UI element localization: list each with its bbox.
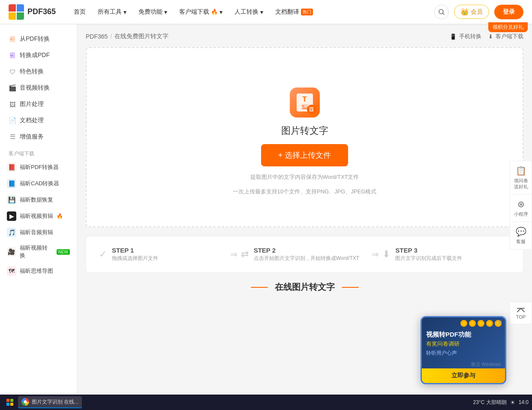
hot-badge: 热门 xyxy=(301,9,313,15)
service-panel-item[interactable]: 💬 客服 xyxy=(510,221,532,249)
fire-icon: 🔥 xyxy=(211,9,218,15)
nav-doc-translate[interactable]: 文档翻译 热门 xyxy=(270,6,318,18)
logo-text: PDF365 xyxy=(27,7,56,16)
fuxit-video-convert-icon: 🎥 xyxy=(7,247,16,256)
step-3: ⬇ STEP 3 图片文字识别完成后下载文件 xyxy=(382,247,510,262)
popup-subtitle: 有奖问卷调研 xyxy=(422,340,505,350)
value-icon: ☰ xyxy=(9,133,16,141)
fire-badge: 🔥 xyxy=(57,213,63,219)
sidebar-fuxit-video-convert[interactable]: 🎥 福昕视频转换 NEW xyxy=(0,241,77,263)
fuxit-recovery-icon: 💾 xyxy=(7,195,16,205)
step-2: ⇄ STEP 2 点击开始图片文字识别，开始转换成Word/TXT xyxy=(241,247,369,262)
steps-area: ✓ STEP 1 拖拽或选择图片文件 ⇒ ⇄ STEP 2 点击开始图片文字识别… xyxy=(86,236,523,273)
svg-rect-11 xyxy=(10,399,13,402)
sidebar-item-to-pdf[interactable]: ↪ 转换成PDF xyxy=(0,47,77,63)
chrome-icon xyxy=(21,398,29,406)
step3-download-icon: ⬇ xyxy=(382,249,390,260)
fuxit-cad-icon: 📘 xyxy=(7,179,16,188)
taskbar-start[interactable] xyxy=(3,396,16,408)
taskbar-clock: 14:0 xyxy=(519,399,529,405)
upload-title: 图片转文字 xyxy=(281,124,328,137)
vip-button[interactable]: 👑 会员 xyxy=(454,5,489,19)
popup-title: 视频转PDF功能 xyxy=(422,327,505,341)
svg-text:↩: ↩ xyxy=(10,38,13,41)
right-panel: 📋 填问卷送好礼 ⊛ 小程序 💬 客服 xyxy=(510,161,532,250)
upload-hint2: 一次上传最多支持10个文件、支持PNG、JPG、JPEG格式 xyxy=(233,188,377,196)
search-button[interactable] xyxy=(434,5,449,19)
fuxit-video-edit-icon: ▶ xyxy=(7,211,16,221)
upload-zone[interactable]: T 🖼 图片转文字 + 选择上传文件 提取图片中的文字内容保存为Word/TXT… xyxy=(86,47,523,227)
av-icon: 🎬 xyxy=(9,84,16,92)
survey-icon: 📋 xyxy=(516,166,526,176)
nav-all-tools[interactable]: 所有工具 ▾ xyxy=(93,6,132,18)
nav-free-features[interactable]: 免费功能 ▾ xyxy=(133,6,172,18)
decoration-ring-4 xyxy=(486,320,493,327)
miniprogram-icon: ⊛ xyxy=(517,199,525,209)
taskbar-app-item[interactable]: 图片文字识别 在线... xyxy=(18,396,82,408)
nav-manual-convert[interactable]: 人工转换 ▾ xyxy=(229,6,268,18)
popup-close-button[interactable]: ✕ xyxy=(497,319,502,326)
crown-icon: 👑 xyxy=(460,8,469,16)
breadcrumb-home[interactable]: PDF365 xyxy=(86,33,108,40)
to-pdf-icon: ↪ xyxy=(9,51,16,59)
login-button[interactable]: 登录 xyxy=(494,5,523,19)
sidebar-item-from-pdf[interactable]: ↩ 从PDF转换 xyxy=(0,31,77,47)
survey-panel-item[interactable]: 📋 填问卷送好礼 xyxy=(510,161,532,194)
claim-badge[interactable]: 领积分兑好礼 xyxy=(488,22,528,32)
title-line-right xyxy=(342,287,359,288)
logo[interactable]: PDF365 xyxy=(9,4,56,20)
sidebar-item-doc-process[interactable]: 📄 文档处理 xyxy=(0,112,77,129)
step-1: ✓ STEP 1 拖拽或选择图片文件 xyxy=(99,247,227,262)
upload-hint1: 提取图片中的文字内容保存为Word/TXT文件 xyxy=(250,173,359,181)
special-convert-icon: 🛡 xyxy=(9,68,16,75)
breadcrumb: PDF365 / 在线免费图片转文字 📱 手机转换 ⬇ 客户端下载 xyxy=(86,33,523,40)
sidebar-fuxit-pdf[interactable]: 📕 福昕PDF转换器 xyxy=(0,159,77,175)
svg-rect-10 xyxy=(6,399,9,402)
logo-icon xyxy=(9,4,24,20)
doc-icon: 📄 xyxy=(9,117,16,124)
svg-point-7 xyxy=(302,105,304,107)
fuxit-mindmap-icon: 🗺 xyxy=(7,266,16,276)
breadcrumb-actions: 📱 手机转换 ⬇ 客户端下载 xyxy=(450,33,523,40)
svg-rect-12 xyxy=(6,403,9,406)
section-title-area: 在线图片转文字 xyxy=(86,281,523,293)
decoration-ring-2 xyxy=(469,320,476,327)
title-line-left xyxy=(251,287,268,288)
sidebar-fuxit-recovery[interactable]: 💾 福昕数据恢复 xyxy=(0,192,77,208)
popup-banner: ✕ 视频转PDF功能 有奖问卷调研 聆听用户心声 激活 Windows 立即参与 xyxy=(421,316,506,385)
step-arrow-1: ⇒ xyxy=(230,249,237,259)
sidebar-item-value-service[interactable]: ☰ 增值服务 xyxy=(0,129,77,145)
upload-file-icon: T 🖼 xyxy=(290,87,320,118)
nav-client-download[interactable]: 客户端下载 🔥 ▾ xyxy=(174,6,228,18)
nav-right-actions: 👑 会员 登录 xyxy=(434,5,523,19)
client-download-action[interactable]: ⬇ 客户端下载 xyxy=(488,33,523,40)
mobile-convert-action[interactable]: 📱 手机转换 xyxy=(450,33,481,40)
service-icon: 💬 xyxy=(516,226,526,236)
from-pdf-icon: ↩ xyxy=(9,35,16,43)
sidebar-item-audio-video[interactable]: 🎬 音视频转换 xyxy=(0,80,77,96)
miniprogram-panel-item[interactable]: ⊛ 小程序 xyxy=(510,194,532,221)
sidebar-fuxit-video-edit[interactable]: ▶ 福昕视频剪辑 🔥 xyxy=(0,208,77,224)
sidebar-item-image-process[interactable]: 🖼 图片处理 xyxy=(0,96,77,112)
breadcrumb-separator: / xyxy=(110,33,112,40)
svg-rect-13 xyxy=(10,403,13,406)
image-icon: 🖼 xyxy=(9,100,16,108)
top-navigation: PDF365 首页 所有工具 ▾ 免费功能 ▾ 客户端下载 🔥 ▾ 人工转换 ▾… xyxy=(0,0,532,24)
upload-button[interactable]: + 选择上传文件 xyxy=(261,144,349,166)
section-title: 在线图片转文字 xyxy=(275,281,335,293)
breadcrumb-current: 在线免费图片转文字 xyxy=(114,33,168,40)
step1-check-icon: ✓ xyxy=(99,249,107,260)
fuxit-audio-icon: 🎵 xyxy=(7,228,16,237)
sidebar-fuxit-mindmap[interactable]: 🗺 福昕思维导图 xyxy=(0,263,77,279)
sidebar-fuxit-audio[interactable]: 🎵 福昕音频剪辑 xyxy=(0,224,77,241)
svg-line-1 xyxy=(443,13,445,15)
sidebar-item-special-convert[interactable]: 🛡 特色转换 xyxy=(0,63,77,80)
top-button[interactable]: TOP xyxy=(510,302,532,324)
popup-cta-button[interactable]: 立即参与 xyxy=(422,368,505,383)
step2-arrow-icon: ⇄ xyxy=(241,249,249,260)
new-badge: NEW xyxy=(57,249,70,255)
mobile-icon: 📱 xyxy=(450,33,457,40)
svg-text:↪: ↪ xyxy=(10,54,13,57)
nav-home[interactable]: 首页 xyxy=(69,6,91,18)
sidebar-fuxit-cad[interactable]: 📘 福昕CAD转换器 xyxy=(0,175,77,192)
